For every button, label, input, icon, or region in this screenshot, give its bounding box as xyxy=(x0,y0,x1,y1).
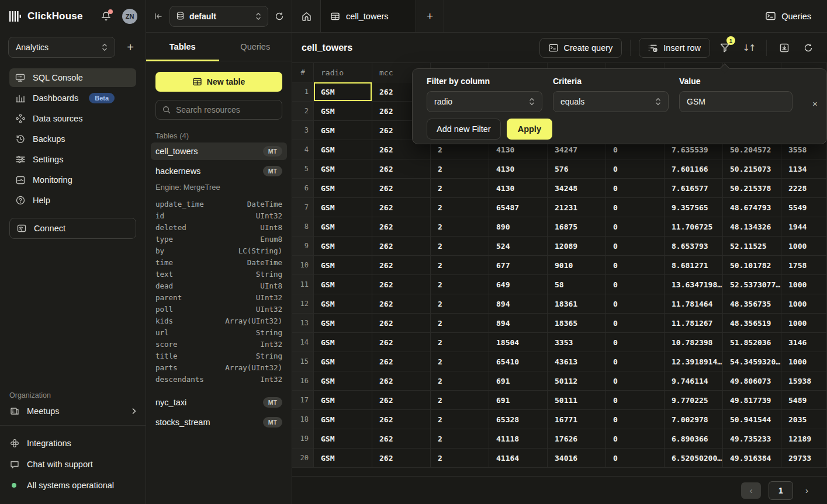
grid-cell[interactable]: 12.3918914… xyxy=(665,352,723,371)
grid-cell[interactable]: 8.681271 xyxy=(665,256,723,275)
grid-cell[interactable]: 50.101782 xyxy=(723,256,781,275)
grid-cell[interactable]: 16875 xyxy=(548,217,606,237)
grid-cell[interactable]: 43613 xyxy=(548,352,606,371)
grid-cell[interactable]: GSM xyxy=(314,102,372,121)
grid-cell[interactable]: 576 xyxy=(548,159,606,179)
grid-cell[interactable]: 54.3459320… xyxy=(723,352,781,371)
grid-cell[interactable]: 3146 xyxy=(781,333,827,352)
grid-cell[interactable]: 2 xyxy=(431,410,489,429)
grid-cell[interactable]: 9.770225 xyxy=(665,391,723,410)
grid-cell[interactable]: 51.852036 xyxy=(723,333,781,352)
sidebar-item-integrations[interactable]: Integrations xyxy=(9,435,136,451)
grid-cell[interactable]: 18504 xyxy=(489,333,548,352)
previous-page-button[interactable]: ‹ xyxy=(741,482,761,499)
grid-cell[interactable]: 0 xyxy=(606,179,665,198)
sidebar-item-sql-console[interactable]: SQL Console xyxy=(9,68,136,87)
grid-cell[interactable]: 2 xyxy=(431,275,489,294)
grid-cell[interactable]: GSM xyxy=(314,237,372,256)
table-list-item-stocks_stream[interactable]: stocks_streamMT xyxy=(151,413,287,431)
grid-cell[interactable]: 18361 xyxy=(548,294,606,314)
new-tab-button[interactable]: + xyxy=(416,0,444,32)
grid-cell[interactable]: 1944 xyxy=(781,217,827,237)
grid-cell[interactable]: 58 xyxy=(548,275,606,294)
tab-queries[interactable]: Queries xyxy=(219,33,292,61)
grid-cell[interactable]: GSM xyxy=(314,159,372,179)
grid-cell[interactable]: 2 xyxy=(431,179,489,198)
grid-cell[interactable]: 48.674793 xyxy=(723,198,781,217)
grid-cell[interactable]: 262 xyxy=(372,410,431,429)
grid-cell[interactable]: 894 xyxy=(489,294,548,314)
grid-cell[interactable]: 7.616577 xyxy=(665,179,723,198)
grid-cell[interactable]: 50.941544 xyxy=(723,410,781,429)
grid-cell[interactable]: GSM xyxy=(314,429,372,449)
grid-cell[interactable]: 50.215073 xyxy=(723,159,781,179)
sidebar-item-backups[interactable]: Backups xyxy=(9,130,136,148)
grid-cell[interactable]: GSM xyxy=(314,198,372,217)
grid-cell[interactable]: 2 xyxy=(431,294,489,314)
grid-cell[interactable]: 50112 xyxy=(548,371,606,391)
sort-button[interactable]: ↓↑ xyxy=(739,39,758,57)
add-workspace-button[interactable]: + xyxy=(123,41,137,54)
grid-cell[interactable]: 11.781267 xyxy=(665,314,723,333)
grid-cell[interactable]: 6.890366 xyxy=(665,429,723,449)
sidebar-item-dashboards[interactable]: DashboardsBeta xyxy=(9,89,136,107)
grid-cell[interactable]: 49.916384 xyxy=(723,449,781,468)
grid-cell[interactable]: 2 xyxy=(431,429,489,449)
grid-cell[interactable]: 0 xyxy=(606,391,665,410)
table-list-item-hackernews[interactable]: hackernewsMT xyxy=(151,162,287,180)
sidebar-item-meetups[interactable]: Meetups xyxy=(9,406,136,416)
grid-cell[interactable]: 10.782398 xyxy=(665,333,723,352)
grid-cell[interactable]: 50.215378 xyxy=(723,179,781,198)
grid-cell[interactable]: 2 xyxy=(431,159,489,179)
grid-cell[interactable]: 2 xyxy=(431,198,489,217)
grid-cell[interactable]: 9.746114 xyxy=(665,371,723,391)
grid-cell[interactable]: 691 xyxy=(489,371,548,391)
grid-cell[interactable]: 0 xyxy=(606,275,665,294)
grid-cell[interactable]: GSM xyxy=(314,314,372,333)
grid-cell[interactable]: GSM xyxy=(314,333,372,352)
filter-column-select[interactable]: radio xyxy=(427,91,542,112)
grid-cell[interactable]: 5549 xyxy=(781,198,827,217)
sidebar-item-settings[interactable]: Settings xyxy=(9,150,136,169)
collapse-panel-icon[interactable] xyxy=(154,12,163,20)
queries-button[interactable]: Queries xyxy=(750,0,827,32)
sidebar-item-chat-with-support[interactable]: Chat with support xyxy=(9,456,136,472)
filter-criteria-select[interactable]: equals xyxy=(553,91,669,112)
grid-cell[interactable]: 2 xyxy=(431,391,489,410)
grid-cell[interactable]: 52.5373077… xyxy=(723,275,781,294)
grid-cell[interactable]: 262 xyxy=(372,179,431,198)
grid-cell[interactable]: 17626 xyxy=(548,429,606,449)
grid-cell[interactable]: 0 xyxy=(606,217,665,237)
grid-cell[interactable]: 50111 xyxy=(548,391,606,410)
grid-cell[interactable]: 49.806073 xyxy=(723,371,781,391)
grid-cell[interactable]: 2 xyxy=(431,217,489,237)
table-list-item-cell_towers[interactable]: cell_towersMT xyxy=(151,142,287,160)
workspace-select[interactable]: Analytics xyxy=(8,37,115,58)
grid-cell[interactable]: 0 xyxy=(606,237,665,256)
grid-cell[interactable]: 18365 xyxy=(548,314,606,333)
grid-cell[interactable]: 9010 xyxy=(548,256,606,275)
grid-cell[interactable]: 262 xyxy=(372,294,431,314)
grid-cell[interactable]: 48.356519 xyxy=(723,314,781,333)
grid-cell[interactable]: 48.134326 xyxy=(723,217,781,237)
connect-button[interactable]: Connect xyxy=(9,218,136,239)
grid-cell[interactable]: 0 xyxy=(606,410,665,429)
grid-cell[interactable]: 262 xyxy=(372,256,431,275)
grid-cell[interactable]: 3353 xyxy=(548,333,606,352)
grid-cell[interactable]: GSM xyxy=(314,217,372,237)
grid-cell[interactable]: 2 xyxy=(431,256,489,275)
add-new-filter-button[interactable]: Add new Filter xyxy=(427,119,501,140)
grid-cell[interactable]: 1000 xyxy=(781,352,827,371)
grid-cell[interactable]: 4130 xyxy=(489,159,548,179)
create-query-button[interactable]: Create query xyxy=(539,38,622,58)
grid-cell[interactable]: 13.6347198… xyxy=(665,275,723,294)
grid-cell[interactable]: 65487 xyxy=(489,198,548,217)
grid-cell[interactable]: 41164 xyxy=(489,449,548,468)
grid-cell[interactable]: 2 xyxy=(431,371,489,391)
grid-cell[interactable]: 6.52050200… xyxy=(665,449,723,468)
grid-cell[interactable]: 16771 xyxy=(548,410,606,429)
grid-cell[interactable]: 2 xyxy=(431,352,489,371)
filter-button[interactable]: 1 xyxy=(715,39,734,57)
search-resources-input[interactable] xyxy=(176,105,275,114)
grid-cell[interactable]: 48.356735 xyxy=(723,294,781,314)
